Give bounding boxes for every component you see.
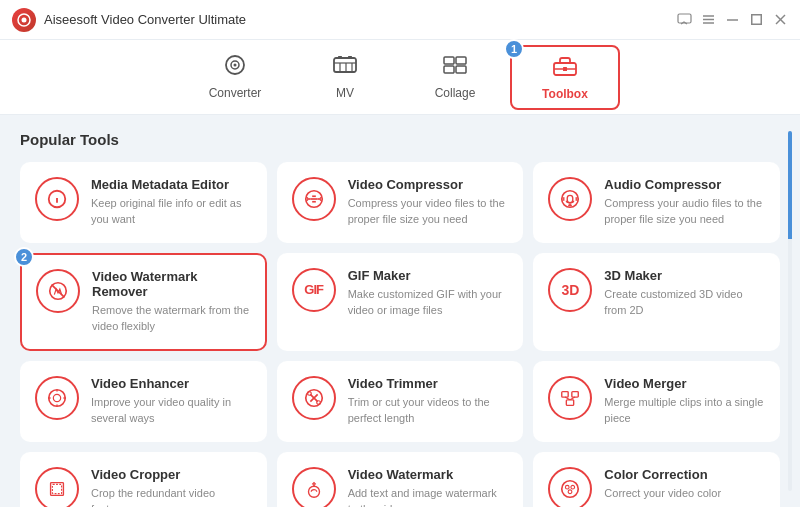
watermark-remover-badge: 2 [14, 247, 34, 267]
svg-point-52 [316, 401, 320, 405]
video-enhancer-icon [35, 376, 79, 420]
video-merger-icon [548, 376, 592, 420]
video-compressor-icon [292, 177, 336, 221]
watermark-remover-name: Video Watermark Remover [92, 269, 251, 299]
svg-rect-14 [338, 56, 342, 59]
video-watermark-icon [292, 467, 336, 507]
minimize-btn[interactable] [724, 12, 740, 28]
svg-rect-13 [334, 58, 356, 72]
app-title: Aiseesoft Video Converter Ultimate [44, 12, 246, 27]
video-cropper-desc: Crop the redundant video footage [91, 486, 252, 507]
svg-rect-55 [567, 400, 574, 406]
app-logo [12, 8, 36, 32]
tool-video-merger[interactable]: Video Merger Merge multiple clips into a… [533, 361, 780, 442]
converter-icon [222, 54, 248, 82]
media-metadata-info: Media Metadata Editor Keep original file… [91, 177, 252, 228]
video-cropper-name: Video Cropper [91, 467, 252, 482]
tool-media-metadata-editor[interactable]: Media Metadata Editor Keep original file… [20, 162, 267, 243]
video-cropper-icon [35, 467, 79, 507]
svg-point-46 [49, 390, 66, 407]
tool-video-watermark-remover[interactable]: 2 Video Watermark Remover Remove the wat… [20, 253, 267, 351]
tool-audio-compressor[interactable]: Audio Compressor Compress your audio fil… [533, 162, 780, 243]
video-watermark-info: Video Watermark Add text and image water… [348, 467, 509, 507]
svg-point-63 [568, 490, 572, 494]
video-compressor-info: Video Compressor Compress your video fil… [348, 177, 509, 228]
video-compressor-name: Video Compressor [348, 177, 509, 192]
watermark-remover-info: Video Watermark Remover Remove the water… [92, 269, 251, 335]
collage-icon [442, 54, 468, 82]
tool-video-cropper[interactable]: Video Cropper Crop the redundant video f… [20, 452, 267, 507]
svg-rect-21 [456, 57, 466, 64]
section-title: Popular Tools [20, 131, 780, 148]
maximize-btn[interactable] [748, 12, 764, 28]
video-merger-name: Video Merger [604, 376, 765, 391]
tools-grid: Media Metadata Editor Keep original file… [20, 162, 780, 507]
svg-rect-37 [568, 195, 574, 202]
video-merger-info: Video Merger Merge multiple clips into a… [604, 376, 765, 427]
svg-rect-53 [562, 391, 568, 397]
tool-video-trimmer[interactable]: Video Trimmer Trim or cut your videos to… [277, 361, 524, 442]
video-enhancer-name: Video Enhancer [91, 376, 252, 391]
converter-label: Converter [209, 86, 262, 100]
gif-maker-icon: GIF [292, 268, 336, 312]
tool-gif-maker[interactable]: GIF GIF Maker Make customized GIF with y… [277, 253, 524, 351]
main-content: Popular Tools Media Metadata Editor Keep… [0, 115, 800, 507]
audio-compressor-icon [548, 177, 592, 221]
svg-rect-22 [444, 66, 454, 73]
svg-rect-54 [572, 391, 578, 397]
tool-video-enhancer[interactable]: Video Enhancer Improve your video qualit… [20, 361, 267, 442]
tool-video-compressor[interactable]: Video Compressor Compress your video fil… [277, 162, 524, 243]
media-metadata-icon [35, 177, 79, 221]
video-trimmer-info: Video Trimmer Trim or cut your videos to… [348, 376, 509, 427]
toolbox-label: Toolbox [542, 87, 588, 101]
tab-converter[interactable]: Converter [180, 45, 290, 110]
audio-compressor-name: Audio Compressor [604, 177, 765, 192]
video-compressor-desc: Compress your video files to the proper … [348, 196, 509, 228]
gif-maker-info: GIF Maker Make customized GIF with your … [348, 268, 509, 319]
title-bar: Aiseesoft Video Converter Ultimate [0, 0, 800, 40]
svg-point-1 [22, 17, 27, 22]
tab-mv[interactable]: MV [290, 45, 400, 110]
svg-rect-57 [52, 484, 61, 493]
tab-collage[interactable]: Collage [400, 45, 510, 110]
tool-video-watermark[interactable]: Video Watermark Add text and image water… [277, 452, 524, 507]
video-merger-desc: Merge multiple clips into a single piece [604, 395, 765, 427]
media-metadata-name: Media Metadata Editor [91, 177, 252, 192]
window-controls [676, 12, 788, 28]
video-watermark-name: Video Watermark [348, 467, 509, 482]
svg-line-45 [52, 284, 65, 297]
collage-label: Collage [435, 86, 476, 100]
toolbox-icon [552, 53, 578, 83]
video-trimmer-desc: Trim or cut your videos to the perfect l… [348, 395, 509, 427]
svg-point-60 [562, 480, 579, 497]
close-btn[interactable] [772, 12, 788, 28]
gif-maker-name: GIF Maker [348, 268, 509, 283]
menu-btn[interactable] [700, 12, 716, 28]
mv-label: MV [336, 86, 354, 100]
3d-maker-name: 3D Maker [604, 268, 765, 283]
mv-icon [332, 54, 358, 82]
tool-3d-maker[interactable]: 3D 3D Maker Create customized 3D video f… [533, 253, 780, 351]
message-btn[interactable] [676, 12, 692, 28]
video-enhancer-info: Video Enhancer Improve your video qualit… [91, 376, 252, 427]
audio-compressor-info: Audio Compressor Compress your audio fil… [604, 177, 765, 228]
svg-point-61 [566, 485, 570, 489]
svg-rect-20 [444, 57, 454, 64]
video-trimmer-name: Video Trimmer [348, 376, 509, 391]
3d-maker-info: 3D Maker Create customized 3D video from… [604, 268, 765, 319]
video-watermark-desc: Add text and image watermark to the vide… [348, 486, 509, 507]
nav-bar: Converter MV Collage [0, 40, 800, 115]
svg-rect-26 [563, 67, 567, 71]
svg-rect-15 [348, 56, 352, 59]
svg-rect-23 [456, 66, 466, 73]
toolbox-badge: 1 [504, 39, 524, 59]
color-correction-icon [548, 467, 592, 507]
video-enhancer-desc: Improve your video quality in several wa… [91, 395, 252, 427]
tab-toolbox[interactable]: 1 Toolbox [510, 45, 620, 110]
gif-maker-desc: Make customized GIF with your video or i… [348, 287, 509, 319]
color-correction-desc: Correct your video color [604, 486, 765, 502]
tool-color-correction[interactable]: Color Correction Correct your video colo… [533, 452, 780, 507]
watermark-remover-desc: Remove the watermark from the video flex… [92, 303, 251, 335]
video-trimmer-icon [292, 376, 336, 420]
watermark-remover-icon [36, 269, 80, 313]
